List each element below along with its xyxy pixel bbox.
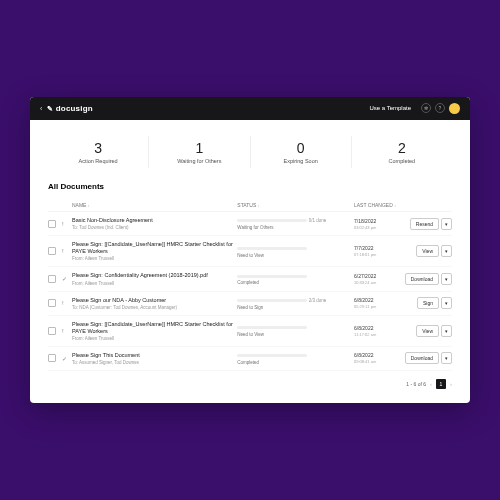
time: 05:29:11 pm xyxy=(354,304,400,309)
doc-sub: From: Aileen Trussell xyxy=(72,256,237,261)
doc-sub: To: Tod Downes (Ind. Client) xyxy=(72,225,237,230)
doc-sub: To: NDA (Customer: Tod Downes, Account M… xyxy=(72,305,237,310)
col-status[interactable]: STATUS xyxy=(237,202,354,208)
status-icon: ! xyxy=(62,248,64,254)
doc-name[interactable]: Please Sign: [[Candidate_UserName]] HMRC… xyxy=(72,241,237,255)
status-icon: ✓ xyxy=(62,356,67,362)
pager-prev[interactable]: ‹ xyxy=(430,381,432,387)
status-label: Need to Sign xyxy=(237,305,354,310)
row-action-menu[interactable]: ▾ xyxy=(441,218,452,230)
col-last-changed[interactable]: LAST CHANGED xyxy=(354,202,400,208)
pager: 1 - 6 of 6 ‹ 1 › xyxy=(48,379,452,389)
stat-number: 1 xyxy=(151,140,247,156)
col-name[interactable]: NAME xyxy=(72,202,237,208)
stat-label: Expiring Soon xyxy=(253,158,349,164)
row-action-button[interactable]: Download xyxy=(405,273,439,285)
stat-label: Action Required xyxy=(50,158,146,164)
row-checkbox[interactable] xyxy=(48,275,56,283)
progress-done: 2/3 done xyxy=(309,298,327,303)
row-action-button[interactable]: Sign xyxy=(417,297,439,309)
status-label: Need to View xyxy=(237,332,354,337)
pager-next[interactable]: › xyxy=(450,381,452,387)
status-icon: ! xyxy=(62,328,64,334)
row-action-button[interactable]: View xyxy=(416,325,439,337)
doc-name[interactable]: Please Sign This Document xyxy=(72,352,237,359)
stat-number: 3 xyxy=(50,140,146,156)
stat-label: Completed xyxy=(354,158,450,164)
time: 11:17:02 am xyxy=(354,332,400,337)
date: 6/8/2022 xyxy=(354,297,400,303)
table-row: !Please Sign: [[Candidate_UserName]] HMR… xyxy=(48,236,452,267)
use-template-link[interactable]: Use a Template xyxy=(369,105,411,111)
table-header: NAME STATUS LAST CHANGED xyxy=(48,199,452,212)
doc-sub: To: Assumed Signer, Tod Downes xyxy=(72,360,237,365)
row-checkbox[interactable] xyxy=(48,354,56,362)
doc-sub: From: Aileen Trussell xyxy=(72,336,237,341)
time: 09:08:41 am xyxy=(354,359,400,364)
row-action-menu[interactable]: ▾ xyxy=(441,352,452,364)
row-action-menu[interactable]: ▾ xyxy=(441,273,452,285)
status-label: Completed xyxy=(237,280,354,285)
stat[interactable]: 3Action Required xyxy=(48,136,149,168)
progress-done: 0/1 done xyxy=(309,218,327,223)
progress-bar xyxy=(237,219,307,222)
time: 07:18:01 pm xyxy=(354,252,400,257)
doc-name[interactable]: Please Sign: Confidentiality Agreement (… xyxy=(72,272,237,279)
status-label: Need to View xyxy=(237,253,354,258)
progress-bar xyxy=(237,326,307,329)
date: 7/7/2022 xyxy=(354,245,400,251)
row-checkbox[interactable] xyxy=(48,327,56,335)
summary-stats: 3Action Required1Waiting for Others0Expi… xyxy=(48,136,452,168)
help-icon[interactable]: ? xyxy=(435,103,445,113)
progress-bar xyxy=(237,299,307,302)
app-window: ‹ docusign Use a Template ✻ ? 3Action Re… xyxy=(30,97,470,403)
row-action-button[interactable]: Download xyxy=(405,352,439,364)
row-checkbox[interactable] xyxy=(48,247,56,255)
progress-bar xyxy=(237,354,307,357)
row-action-menu[interactable]: ▾ xyxy=(441,245,452,257)
stat-label: Waiting for Others xyxy=(151,158,247,164)
progress-bar xyxy=(237,247,307,250)
table-row: ✓Please Sign This DocumentTo: Assumed Si… xyxy=(48,347,452,371)
brand-logo: docusign xyxy=(47,104,93,113)
doc-name[interactable]: Please Sign our NDA - Abby Customer xyxy=(72,297,237,304)
row-checkbox[interactable] xyxy=(48,299,56,307)
stat-number: 0 xyxy=(253,140,349,156)
pager-range: 1 - 6 of 6 xyxy=(406,381,426,387)
date: 6/8/2022 xyxy=(354,352,400,358)
settings-icon[interactable]: ✻ xyxy=(421,103,431,113)
avatar[interactable] xyxy=(449,103,460,114)
section-title: All Documents xyxy=(48,182,452,191)
status-label: Completed xyxy=(237,360,354,365)
date: 6/8/2022 xyxy=(354,325,400,331)
status-label: Waiting for Others xyxy=(237,225,354,230)
time: 03:02:43 pm xyxy=(354,225,400,230)
table-row: !Please Sign our NDA - Abby CustomerTo: … xyxy=(48,292,452,316)
pager-page-current[interactable]: 1 xyxy=(436,379,446,389)
row-action-menu[interactable]: ▾ xyxy=(441,297,452,309)
row-action-button[interactable]: Resend xyxy=(410,218,439,230)
topbar: ‹ docusign Use a Template ✻ ? xyxy=(30,97,470,120)
doc-name[interactable]: Please Sign: [[Candidate_UserName]] HMRC… xyxy=(72,321,237,335)
table-row: !Please Sign: [[Candidate_UserName]] HMR… xyxy=(48,316,452,347)
row-action-menu[interactable]: ▾ xyxy=(441,325,452,337)
row-checkbox[interactable] xyxy=(48,220,56,228)
date: 7/18/2022 xyxy=(354,218,400,224)
doc-sub: From: Aileen Trussell xyxy=(72,281,237,286)
table-body: !Basic Non-Disclosure AgreementTo: Tod D… xyxy=(48,212,452,371)
time: 10:33:24 am xyxy=(354,280,400,285)
stat-number: 2 xyxy=(354,140,450,156)
table-row: ✓Please Sign: Confidentiality Agreement … xyxy=(48,267,452,291)
status-icon: ✓ xyxy=(62,276,67,282)
date: 6/27/2022 xyxy=(354,273,400,279)
back-icon[interactable]: ‹ xyxy=(40,105,42,112)
stat[interactable]: 1Waiting for Others xyxy=(149,136,250,168)
progress-bar xyxy=(237,275,307,278)
status-icon: ! xyxy=(62,221,64,227)
stat[interactable]: 2Completed xyxy=(352,136,452,168)
status-icon: ! xyxy=(62,300,64,306)
row-action-button[interactable]: View xyxy=(416,245,439,257)
doc-name[interactable]: Basic Non-Disclosure Agreement xyxy=(72,217,237,224)
table-row: !Basic Non-Disclosure AgreementTo: Tod D… xyxy=(48,212,452,236)
stat[interactable]: 0Expiring Soon xyxy=(251,136,352,168)
